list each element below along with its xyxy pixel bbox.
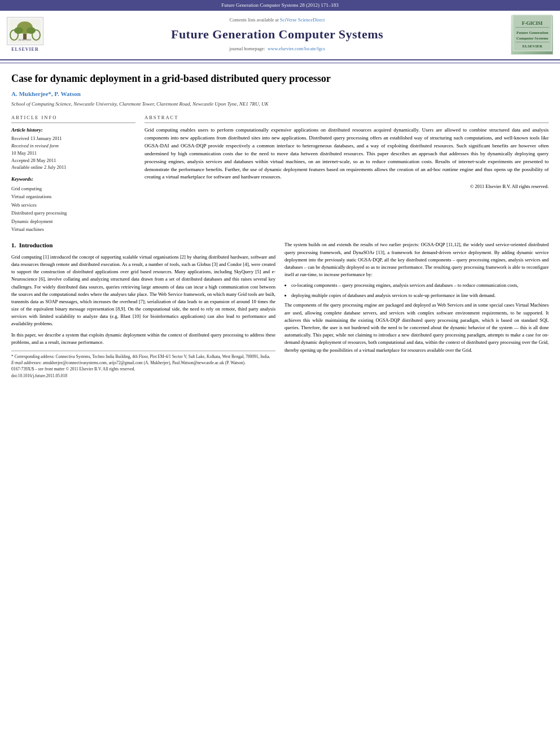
right-para2: The components of the query processing e… [285, 302, 549, 353]
paper-content: Case for dynamic deployment in a grid-ba… [0, 65, 560, 386]
keyword-virtual-orgs: Virtual organizations [11, 193, 135, 200]
article-history-label: Article history: [11, 126, 135, 134]
svg-text:F·GICISI: F·GICISI [522, 20, 542, 26]
header-divider [0, 63, 560, 63]
accepted-date: Accepted 28 May 2011 [11, 157, 135, 164]
banner-text: Future Generation Computer Systems 28 (2… [221, 2, 338, 8]
section-title-text: Introduction [19, 242, 53, 248]
journal-center: Contents lists available at SciVerse Sci… [48, 17, 506, 53]
article-info-abstract: ARTICLE INFO Article history: Received 1… [11, 115, 549, 233]
bullet-list: co-locating components – query processin… [291, 282, 549, 299]
contents-available-line: Contents lists available at SciVerse Sci… [48, 17, 506, 24]
available-date: Available online 2 July 2011 [11, 164, 135, 171]
bullet-text-2: deploying multiple copies of databases a… [291, 292, 496, 298]
body-left-col: 1. Introduction Grid computing [1] intro… [11, 241, 275, 378]
journal-homepage-line: journal homepage: www.elsevier.com/locat… [48, 46, 506, 53]
authors: A. Mukherjee*, P. Watson [11, 90, 549, 98]
right-para1: The system builds on and extends the res… [285, 241, 549, 278]
footnote-issn: 0167-739X/$ – see front matter © 2011 El… [11, 366, 275, 372]
author-names: A. Mukherjee*, P. Watson [11, 90, 81, 97]
homepage-link[interactable]: www.elsevier.com/locate/fgcs [268, 46, 325, 51]
keyword-dqp: Distributed query processing [11, 209, 135, 217]
affiliation: School of Computing Science, Newcastle U… [11, 101, 549, 108]
sciverse-link[interactable]: SciVerse ScienceDirect [280, 17, 325, 23]
keywords-section: Keywords: Grid computing Virtual organiz… [11, 176, 135, 233]
intro-section-title: 1. Introduction [11, 241, 275, 250]
footnote-corresponding: * Corresponding address: Connectiva Syst… [11, 353, 275, 360]
fgcsi-logo: F·GICISI Future Generation Computer Syst… [511, 15, 553, 55]
journal-title: Future Generation Computer Systems [48, 26, 506, 43]
svg-rect-11 [515, 27, 549, 28]
paper-title: Case for dynamic deployment in a grid-ba… [11, 72, 549, 85]
body-content: 1. Introduction Grid computing [1] intro… [11, 241, 549, 378]
elsevier-label: ELSEVIER [11, 46, 38, 53]
email-label: E-mail addresses: [11, 360, 42, 365]
bullet-text-1: co-locating components – query processin… [291, 282, 518, 288]
article-history: Article history: Received 13 January 201… [11, 126, 135, 171]
article-info-header: ARTICLE INFO [11, 115, 135, 123]
section-num: 1. [11, 242, 16, 248]
keyword-web-services: Web services [11, 201, 135, 209]
elsevier-logo-area: ELSEVIER ELSEVIER [7, 17, 43, 53]
homepage-label: journal homepage: [229, 46, 265, 51]
keyword-grid-computing: Grid computing [11, 185, 135, 193]
intro-para2: In this paper, we describe a system that… [11, 331, 275, 346]
journal-banner: Future Generation Computer Systems 28 (2… [0, 0, 560, 11]
keyword-vms: Virtual machines [11, 225, 135, 233]
contents-text: Contents lists available at [230, 17, 279, 23]
intro-para1: Grid computing [1] introduced the concep… [11, 254, 275, 328]
page: Future Generation Computer Systems 28 (2… [0, 0, 560, 747]
received-date: Received 13 January 2011 [11, 135, 135, 142]
footnote-doi: doi:10.1016/j.future.2011.05.018 [11, 373, 275, 379]
copyright: © 2011 Elsevier B.V. All rights reserved… [145, 184, 549, 190]
received-revised-label: Received in revised form [11, 142, 135, 150]
bullet-item-2: deploying multiple copies of databases a… [291, 292, 549, 300]
body-right-col: The system builds on and extends the res… [285, 241, 549, 378]
svg-text:ELSEVIER: ELSEVIER [522, 44, 542, 49]
svg-text:Future Generation: Future Generation [516, 30, 548, 35]
email-addresses: amukherjee@connectivasystems.com, arijo7… [43, 360, 246, 365]
abstract-text: Grid computing enables users to perform … [145, 126, 549, 182]
elsevier-image: ELSEVIER [7, 17, 43, 45]
abstract-col: ABSTRACT Grid computing enables users to… [145, 115, 549, 233]
revised-date: 10 May 2011 [11, 150, 135, 157]
footnote-email: E-mail addresses: amukherjee@connectivas… [11, 360, 275, 366]
svg-text:ELSEVIER: ELSEVIER [18, 38, 31, 41]
abstract-header: ABSTRACT [145, 115, 549, 123]
svg-rect-14 [515, 42, 549, 42]
footnote-area: * Corresponding address: Connectiva Syst… [11, 351, 275, 379]
article-info-col: ARTICLE INFO Article history: Received 1… [11, 115, 135, 233]
keyword-dynamic-deploy: Dynamic deployment [11, 217, 135, 225]
journal-header: ELSEVIER ELSEVIER Contents lists availab… [0, 11, 560, 60]
bullet-item-1: co-locating components – query processin… [291, 282, 549, 290]
keywords-label: Keywords: [11, 176, 135, 183]
svg-text:Computer Systems: Computer Systems [516, 36, 548, 41]
